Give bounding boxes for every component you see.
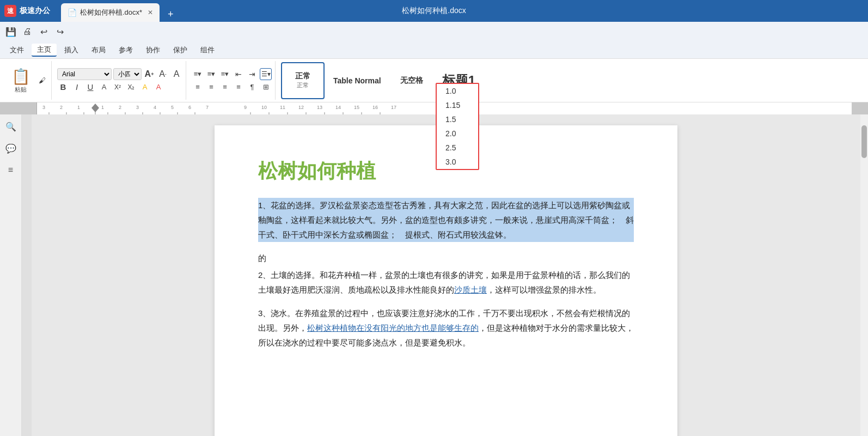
list-bullet-btn[interactable]: ≡▾	[192, 68, 204, 80]
vertical-ruler-ticks	[22, 114, 32, 436]
svg-text:13: 13	[317, 105, 322, 110]
svg-text:1: 1	[101, 105, 104, 110]
svg-text:9: 9	[244, 105, 247, 110]
font-grow-btn[interactable]: A+	[143, 68, 155, 80]
menu-layout[interactable]: 布局	[86, 44, 111, 56]
paste-btn[interactable]: 📋 粘贴	[8, 64, 34, 97]
list-number-btn[interactable]: ≡▾	[205, 68, 217, 80]
strikethrough-btn[interactable]: A	[98, 81, 110, 93]
outline-btn[interactable]: ≡▾	[219, 68, 231, 80]
font-select[interactable]: Arial	[57, 68, 112, 80]
align-justify-btn[interactable]: ≡	[233, 81, 244, 93]
spacing-2-5[interactable]: 2.5	[437, 141, 478, 155]
svg-text:5: 5	[171, 105, 174, 110]
italic-btn[interactable]: I	[71, 81, 83, 93]
new-tab-btn[interactable]: +	[163, 7, 178, 22]
align-right-btn[interactable]: ≡	[219, 81, 231, 93]
doc-tab[interactable]: 📄 松树如何种植.docx* ✕	[61, 3, 160, 22]
ruler-left-margin	[0, 102, 37, 114]
menu-bar: 文件 主页 插入 布局 参考 协作 保护 组件	[0, 41, 868, 59]
svg-text:2: 2	[119, 105, 121, 110]
svg-text:14: 14	[335, 105, 341, 110]
menu-ref[interactable]: 参考	[113, 44, 138, 56]
print-btn[interactable]: 🖨	[21, 25, 34, 38]
app-name: 极速办公	[20, 6, 50, 16]
app-logo: 速 极速办公	[4, 5, 50, 17]
scrollbar-thumb[interactable]	[861, 125, 867, 158]
clear-format-btn[interactable]: A	[170, 68, 182, 80]
svg-text:7: 7	[206, 105, 209, 110]
comment-panel-btn[interactable]: 💬	[3, 141, 19, 156]
svg-rect-38	[22, 114, 32, 436]
font-row2: B I U A X² X₂ A A	[57, 81, 182, 93]
line-spacing-dropdown: 1.0 1.15 1.5 2.0 2.5 3.0	[436, 83, 479, 170]
border-btn[interactable]: ⊞	[260, 81, 272, 93]
indent-inc-btn[interactable]: ⇥	[246, 68, 258, 80]
spacing-2-0[interactable]: 2.0	[437, 126, 478, 141]
para-2: 2、土壤的选择。和花卉种植一样，盆景的土壤也有很多的讲究，如果是用于盆景种植的话…	[258, 268, 634, 297]
style-nospace-btn[interactable]: 无空格	[390, 62, 433, 99]
para-1b: 的	[258, 251, 634, 265]
spacing-1-15[interactable]: 1.15	[437, 98, 478, 112]
show-marks-btn[interactable]: ¶	[246, 81, 258, 93]
para-row2: ≡ ≡ ≡ ≡ ¶ ⊞	[192, 81, 272, 93]
ruler-right-margin	[852, 102, 868, 114]
para-2-link[interactable]: 沙质土壤	[454, 285, 487, 294]
ruler: 3 2 1 1 2 3 4 5 6 7 9 10 11 12 13 14 15 …	[0, 102, 868, 114]
line-spacing-btn[interactable]: ☰▾	[260, 68, 272, 80]
save-btn[interactable]: 💾	[4, 25, 17, 38]
para-2-text2: ，这样可以增强盆景的排水性。	[487, 285, 601, 294]
underline-btn[interactable]: U	[84, 81, 96, 93]
align-center-btn[interactable]: ≡	[205, 81, 217, 93]
para-3: 3、浇水。在养殖盆景的过程中，也应该要注意好浇水的工作，千万不要出现积水，不然会…	[258, 306, 634, 350]
menu-insert[interactable]: 插入	[59, 44, 84, 56]
spacing-1-5[interactable]: 1.5	[437, 112, 478, 126]
svg-text:10: 10	[261, 105, 267, 110]
para-1-text: 1、花盆的选择。罗汉松盆景姿态造型苍古秀雅，具有大家之范，因此在盆的选择上可以选…	[258, 201, 634, 239]
style-nospace-preview: 无空格	[400, 76, 423, 86]
style-normal-btn[interactable]: 正常 正常	[281, 62, 325, 99]
font-color-btn[interactable]: A	[152, 81, 164, 93]
doc-tab-icon: 📄	[68, 8, 77, 17]
font-col: Arial 小四 A+ A- A B I U A X² X₂ A A	[57, 68, 182, 93]
font-shrink-btn[interactable]: A-	[157, 68, 169, 80]
format-painter-btn[interactable]: 🖌	[36, 75, 48, 87]
align-left-btn[interactable]: ≡	[192, 81, 204, 93]
bold-btn[interactable]: B	[57, 81, 69, 93]
svg-text:1: 1	[77, 105, 80, 110]
menu-component[interactable]: 组件	[195, 44, 220, 56]
menu-home[interactable]: 主页	[32, 44, 57, 57]
spacing-1-0[interactable]: 1.0	[437, 84, 478, 98]
svg-text:6: 6	[188, 105, 191, 110]
menu-protect[interactable]: 保护	[168, 44, 193, 56]
font-size-select[interactable]: 小四	[113, 68, 142, 80]
paste-label: 粘贴	[15, 86, 27, 94]
redo-btn[interactable]: ↪	[53, 25, 66, 38]
style-table-normal-btn[interactable]: Table Normal	[328, 62, 387, 99]
clipboard-extra: 🖌	[36, 75, 48, 87]
subscript-btn[interactable]: X₂	[125, 81, 137, 93]
superscript-btn[interactable]: X²	[112, 81, 124, 93]
title-bar: 速 极速办公 📄 松树如何种植.docx* ✕ + 松树如何种植.docx	[0, 0, 868, 22]
doc-page: 松树如何种植 1、花盆的选择。罗汉松盆景姿态造型苍古秀雅，具有大家之范，因此在盆…	[215, 125, 677, 436]
main-area: 🔍 💬 ≡ 松树如何种植 1、花盆的选择。罗汉松盆景姿态造型苍古秀雅，具有大家之…	[0, 114, 868, 436]
spacing-3-0[interactable]: 3.0	[437, 155, 478, 169]
left-panel: 🔍 💬 ≡	[0, 114, 22, 436]
search-panel-btn[interactable]: 🔍	[3, 119, 19, 134]
menu-collab[interactable]: 协作	[140, 44, 166, 56]
tab-close-btn[interactable]: ✕	[148, 9, 153, 16]
para-3-link[interactable]: 松树这种植物在没有阳光的地方也是能够生存的	[307, 323, 479, 332]
paste-icon: 📋	[11, 68, 30, 86]
svg-text:12: 12	[298, 105, 304, 110]
right-scrollbar[interactable]	[860, 114, 868, 436]
outline-panel-btn[interactable]: ≡	[3, 162, 19, 178]
quick-toolbar: 💾 🖨 ↩ ↪	[0, 22, 868, 41]
indent-dec-btn[interactable]: ⇤	[233, 68, 244, 80]
vertical-ruler	[22, 114, 32, 436]
svg-text:2: 2	[60, 105, 63, 110]
undo-btn[interactable]: ↩	[37, 25, 50, 38]
style-table-normal-preview: Table Normal	[333, 76, 381, 85]
menu-file[interactable]: 文件	[4, 44, 29, 56]
svg-text:4: 4	[154, 105, 156, 110]
highlight-btn[interactable]: A	[139, 81, 151, 93]
